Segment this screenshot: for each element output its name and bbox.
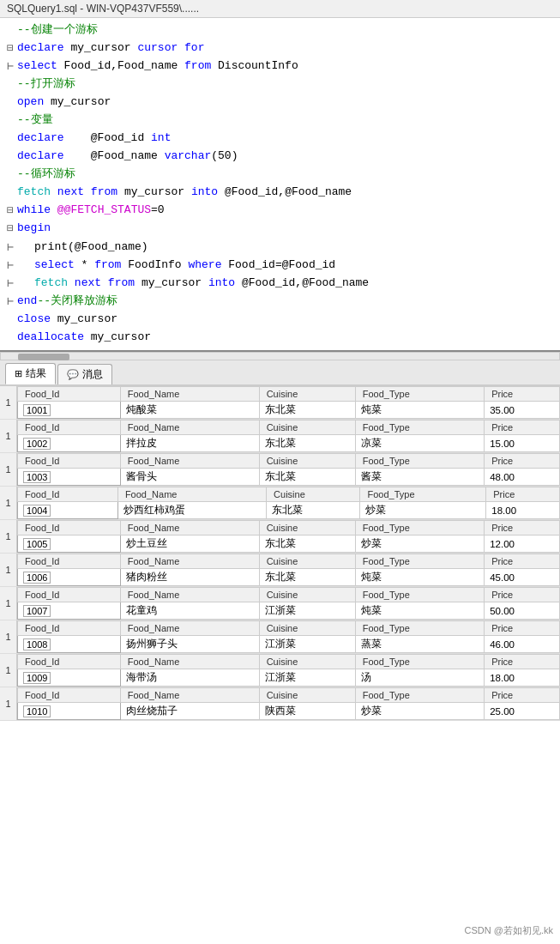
table-row: 1Food_IdFood_NameCuisineFood_TypePrice10… — [0, 453, 560, 486]
cuisine-cell: 东北菜 — [259, 569, 355, 586]
line-gutter: ⊟ — [3, 39, 17, 57]
horizontal-scrollbar[interactable] — [0, 352, 560, 360]
result-block: 1Food_IdFood_NameCuisineFood_TypePrice10… — [0, 654, 560, 687]
line-content: select Food_id,Food_name from DiscountIn… — [17, 57, 557, 75]
table-header: Cuisine — [259, 521, 355, 536]
line-gutter — [3, 166, 17, 166]
table-header: Price — [485, 621, 560, 636]
line-content: print(@Food_name) — [17, 239, 557, 256]
food-id-cell: 1005 — [18, 536, 121, 553]
row-number: 1 — [0, 654, 17, 687]
table-header: Price — [485, 421, 560, 435]
food-id-cell: 1002 — [18, 435, 121, 452]
data-table: Food_IdFood_NameCuisineFood_TypePrice101… — [17, 687, 560, 720]
cuisine-cell: 陕西菜 — [259, 703, 355, 720]
line-gutter — [3, 130, 17, 130]
code-line: fetch next from my_cursor into @Food_id,… — [0, 184, 560, 202]
tab-label: 消息 — [82, 367, 103, 382]
table-header: Food_Type — [355, 454, 484, 469]
code-editor: --创建一个游标⊟declare my_cursor cursor for⊢se… — [0, 18, 560, 352]
results-container: 1Food_IdFood_NameCuisineFood_TypePrice10… — [0, 386, 560, 721]
food-id-cell: 1010 — [18, 703, 121, 720]
table-header: Food_Type — [355, 554, 484, 569]
code-line: ⊢select Food_id,Food_name from DiscountI… — [0, 57, 560, 76]
table-header: Cuisine — [259, 554, 355, 569]
line-gutter — [3, 21, 17, 22]
food-type-cell: 凉菜 — [355, 435, 484, 452]
code-line: close my_cursor — [0, 311, 560, 329]
table-header: Food_Type — [355, 421, 484, 435]
table-header: Price — [485, 554, 560, 569]
table-header: Food_Id — [18, 487, 118, 502]
food-name-cell: 花童鸡 — [120, 602, 259, 620]
table-header: Food_Id — [18, 688, 121, 703]
tab-icon: 💬 — [67, 369, 79, 380]
table-header: Food_Id — [18, 454, 121, 469]
cuisine-cell: 江浙菜 — [259, 669, 355, 687]
row-number: 1 — [0, 620, 17, 653]
food-type-cell: 蒸菜 — [355, 636, 484, 653]
table-header: Price — [485, 688, 560, 703]
line-content: while @@FETCH_STATUS=0 — [17, 202, 557, 219]
cuisine-cell: 江浙菜 — [259, 602, 355, 620]
food-name-cell: 拌拉皮 — [120, 435, 259, 452]
food-id-cell: 1008 — [18, 636, 121, 653]
cuisine-cell: 江浙菜 — [259, 636, 355, 653]
data-table: Food_IdFood_NameCuisineFood_TypePrice100… — [17, 520, 560, 553]
data-table-wrapper: Food_IdFood_NameCuisineFood_TypePrice100… — [17, 520, 560, 553]
price-cell: 48.00 — [485, 469, 560, 486]
code-line: --打开游标 — [0, 76, 560, 94]
table-header: Food_Type — [355, 521, 484, 536]
row-number: 1 — [0, 386, 17, 419]
tab-results[interactable]: ⊞结果 — [5, 363, 56, 384]
table-header: Food_Type — [355, 621, 484, 636]
code-line: ⊢print(@Food_name) — [0, 239, 560, 257]
table-header: Cuisine — [259, 387, 355, 402]
code-line: open my_cursor — [0, 94, 560, 112]
food-name-cell: 海带汤 — [120, 669, 259, 687]
table-header: Food_Name — [120, 387, 259, 402]
tab-messages[interactable]: 💬消息 — [57, 364, 112, 384]
code-line: --创建一个游标 — [0, 21, 560, 39]
code-line: --变量 — [0, 112, 560, 130]
table-row: 1Food_IdFood_NameCuisineFood_TypePrice10… — [0, 620, 560, 653]
food-name-cell: 炒西红柿鸡蛋 — [117, 502, 266, 519]
table-header: Cuisine — [259, 621, 355, 636]
line-gutter: ⊢ — [3, 239, 17, 257]
result-block: 1Food_IdFood_NameCuisineFood_TypePrice10… — [0, 620, 560, 654]
data-table: Food_IdFood_NameCuisineFood_TypePrice100… — [17, 554, 560, 586]
scrollbar-thumb[interactable] — [18, 354, 69, 360]
food-id-cell: 1006 — [18, 569, 121, 586]
table-header: Food_Id — [18, 621, 121, 636]
table-header: Cuisine — [259, 655, 355, 669]
row-number: 1 — [0, 487, 17, 519]
result-block: 1Food_IdFood_NameCuisineFood_TypePrice10… — [0, 453, 560, 487]
row-number: 1 — [0, 554, 17, 586]
table-header: Cuisine — [267, 487, 360, 502]
line-gutter — [3, 76, 17, 76]
table-header: Food_Name — [120, 454, 259, 469]
result-block: 1Food_IdFood_NameCuisineFood_TypePrice10… — [0, 420, 560, 453]
price-cell: 45.00 — [485, 569, 560, 586]
cuisine-cell: 东北菜 — [259, 435, 355, 452]
table-header: Food_Id — [18, 588, 121, 602]
line-content: select * from FoodInfo where Food_id=@Fo… — [17, 257, 557, 274]
data-table: Food_IdFood_NameCuisineFood_TypePrice100… — [17, 386, 560, 419]
line-gutter: ⊟ — [3, 220, 17, 238]
line-gutter — [3, 94, 17, 94]
cuisine-cell: 东北菜 — [259, 402, 355, 419]
price-cell: 35.00 — [485, 402, 560, 419]
code-line: deallocate my_cursor — [0, 329, 560, 347]
table-row: 1Food_IdFood_NameCuisineFood_TypePrice10… — [0, 654, 560, 687]
food-id-cell: 1003 — [18, 469, 121, 486]
table-header: Food_Id — [18, 655, 121, 669]
table-header: Price — [486, 487, 560, 502]
data-table-wrapper: Food_IdFood_NameCuisineFood_TypePrice100… — [17, 420, 560, 452]
table-header: Food_Name — [120, 554, 259, 569]
food-name-cell: 扬州狮子头 — [120, 636, 259, 653]
tab-icon: ⊞ — [15, 368, 22, 379]
food-name-cell: 炒土豆丝 — [120, 536, 259, 553]
table-header: Food_Name — [120, 421, 259, 435]
line-content: fetch next from my_cursor into @Food_id,… — [17, 184, 557, 201]
cuisine-cell: 东北菜 — [267, 502, 360, 519]
